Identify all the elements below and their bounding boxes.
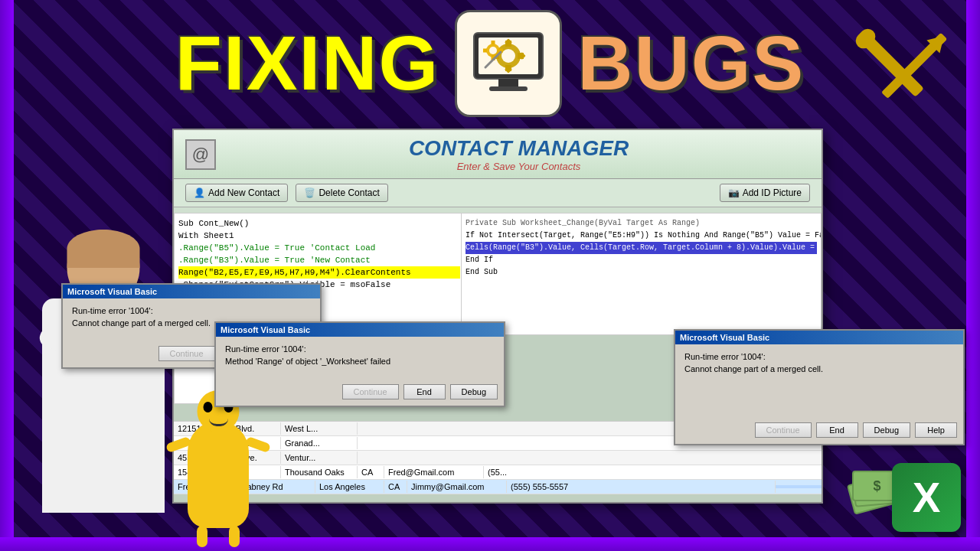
grid-row-3: 4551 Oak Ridge Ave. Ventur... bbox=[174, 451, 822, 465]
dialog-3-end[interactable]: End bbox=[816, 422, 858, 438]
dialog-3-message: Cannot change part of a merged cell. bbox=[684, 364, 954, 373]
add-icon: 👤 bbox=[194, 187, 205, 198]
computer-gear-svg bbox=[466, 21, 550, 106]
grid-cell: Ventur... bbox=[281, 452, 358, 464]
code-right-line5: End Sub bbox=[466, 266, 817, 279]
code-right-line1: Private Sub Worksheet_Change(ByVal Targe… bbox=[466, 217, 817, 230]
dialog-3-error: Run-time error '1004': bbox=[684, 352, 954, 361]
grid-row-4: 15487 Fairview Ln. Thousand Oaks CA Fred… bbox=[174, 465, 822, 480]
dialog-2-end[interactable]: End bbox=[403, 384, 446, 399]
email-icon: @ bbox=[185, 139, 216, 170]
code-right-line4: End If bbox=[466, 254, 817, 266]
delete-icon: 🗑️ bbox=[304, 187, 315, 198]
grid-cell: Fred@Gmail.com bbox=[384, 466, 484, 478]
code-line-4: .Range("B3").Value = True 'New Contact bbox=[178, 254, 460, 266]
grid-cell: CA bbox=[358, 466, 384, 478]
title-bugs: BUGS bbox=[577, 19, 805, 107]
svg-point-5 bbox=[501, 49, 515, 63]
dialog-3-buttons: Continue End Debug Help bbox=[675, 419, 963, 444]
dialog-2-message: Method 'Range' of object '_Worksheet' fa… bbox=[225, 357, 495, 366]
svg-rect-3 bbox=[489, 86, 528, 91]
grid-cell: Los Angeles bbox=[315, 481, 384, 493]
grid-cell: Thousand Oaks bbox=[281, 466, 358, 478]
excel-logo-box: X bbox=[892, 463, 961, 532]
add-contact-button[interactable]: 👤 Add New Contact bbox=[185, 184, 288, 202]
add-id-picture-button[interactable]: 📷 Add ID Picture bbox=[720, 184, 810, 202]
bug-mascot bbox=[184, 421, 253, 528]
dialog-1-continue[interactable]: Continue bbox=[158, 346, 215, 361]
grid-cell: Granad... bbox=[281, 437, 358, 449]
excel-header: @ CONTACT MANAGER Enter & Save Your Cont… bbox=[174, 130, 822, 179]
dialog-3-spacer bbox=[684, 381, 954, 412]
code-right-line2: If Not Intersect(Target, Range("E5:H9"))… bbox=[466, 230, 817, 242]
title-fixing: FIXING bbox=[175, 19, 439, 107]
dialog-2-continue[interactable]: Continue bbox=[342, 384, 399, 399]
dialog-2-body: Run-time error '1004': Method 'Range' of… bbox=[216, 337, 504, 381]
computer-icon bbox=[455, 10, 562, 117]
dialog-3-title: Microsoft Visual Basic bbox=[675, 331, 963, 344]
dialog-3-body: Run-time error '1004': Cannot change par… bbox=[675, 344, 963, 419]
svg-rect-16 bbox=[492, 41, 495, 44]
code-right-line3: Cells(Range("B3").Value, Cells(Target.Ro… bbox=[466, 242, 817, 254]
grid-row-5: Freddd 2154 Dabney Rd Los Angeles CA Jim… bbox=[174, 480, 822, 494]
grid-cell: (555) 555-5557 bbox=[507, 481, 776, 493]
svg-rect-2 bbox=[498, 79, 518, 86]
grid-cell bbox=[776, 485, 822, 488]
svg-rect-18 bbox=[483, 48, 487, 52]
tools-icon bbox=[835, 8, 972, 145]
code-line-5: Range("B2,E5,E7,E9,H5,H7,H9,M4").ClearCo… bbox=[178, 266, 460, 279]
grid-cell: CA bbox=[384, 481, 407, 493]
code-line-1: Sub Cont_New() bbox=[178, 217, 460, 230]
svg-point-15 bbox=[489, 47, 497, 54]
excel-logo-area: $ X bbox=[846, 463, 961, 532]
dialog-2-buttons: Continue End Debug bbox=[216, 381, 504, 406]
delete-contact-button[interactable]: 🗑️ Delete Contact bbox=[296, 184, 387, 202]
title-bar: FIXING bbox=[0, 0, 980, 126]
dialog-3-debug[interactable]: Debug bbox=[863, 422, 910, 438]
dialog-2-title: Microsoft Visual Basic bbox=[216, 323, 504, 337]
dialog-2-debug[interactable]: Debug bbox=[450, 384, 498, 399]
grid-cell: (55... bbox=[484, 466, 822, 478]
error-dialog-2: Microsoft Visual Basic Run-time error '1… bbox=[214, 321, 505, 407]
vba-code-panel-right: Private Sub Worksheet_Change(ByVal Targe… bbox=[461, 213, 822, 335]
dialog-3-continue[interactable]: Continue bbox=[755, 422, 812, 438]
dialog-1-error: Run-time error '1004': bbox=[72, 306, 311, 315]
toolbar: 👤 Add New Contact 🗑️ Delete Contact 📷 Ad… bbox=[174, 179, 822, 207]
error-dialog-3: Microsoft Visual Basic Run-time error '1… bbox=[674, 329, 965, 445]
dialog-3-help[interactable]: Help bbox=[915, 422, 957, 438]
contact-manager-title: CONTACT MANAGER Enter & Save Your Contac… bbox=[227, 136, 810, 172]
grid-cell bbox=[358, 456, 822, 459]
app-title: CONTACT MANAGER bbox=[227, 136, 810, 161]
code-line-3: .Range("B5").Value = True 'Contact Load bbox=[178, 242, 460, 254]
app-subtitle: Enter & Save Your Contacts bbox=[227, 161, 810, 172]
dialog-1-title: Microsoft Visual Basic bbox=[63, 285, 320, 298]
grid-cell: Jimmy@Gmail.com bbox=[407, 481, 507, 493]
grid-cell: West L... bbox=[281, 422, 358, 435]
person-figure bbox=[15, 199, 191, 551]
code-line-2: With Sheet1 bbox=[178, 230, 460, 242]
dialog-2-error: Run-time error '1004': bbox=[225, 344, 495, 354]
photo-icon: 📷 bbox=[728, 187, 740, 198]
